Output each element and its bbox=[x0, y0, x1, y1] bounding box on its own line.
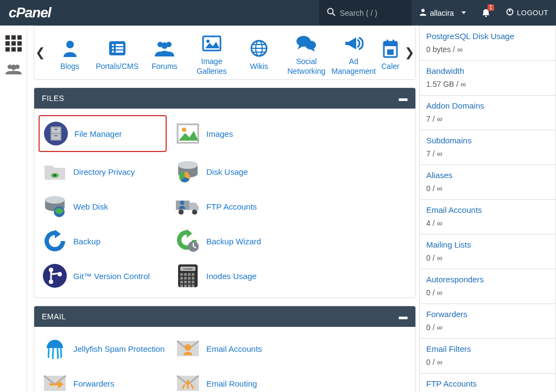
stat-row: Bandwidth1.57 GB / ∞ bbox=[419, 61, 556, 96]
stat-title[interactable]: FTP Accounts bbox=[426, 379, 549, 388]
svg-rect-40 bbox=[54, 135, 58, 136]
svg-rect-68 bbox=[180, 277, 183, 280]
section-header[interactable]: EMAIL▬ bbox=[34, 306, 415, 327]
image-icon bbox=[202, 33, 222, 54]
svg-rect-39 bbox=[54, 129, 58, 130]
section-title: EMAIL bbox=[42, 312, 66, 321]
stat-value: 7 / ∞ bbox=[426, 149, 549, 158]
quicknav-item[interactable]: Portals/CMS bbox=[93, 26, 141, 79]
svg-rect-72 bbox=[180, 281, 183, 283]
svg-rect-77 bbox=[184, 284, 187, 287]
quicknav-item-label: ImageGalleries bbox=[197, 56, 226, 76]
feature-item-label: Email Routing bbox=[206, 379, 257, 388]
cpanel-logo[interactable] bbox=[0, 4, 319, 21]
quicknav-item[interactable]: ImageGalleries bbox=[188, 26, 235, 79]
quicknav-item-label: Forums bbox=[151, 61, 177, 71]
stat-row: Addon Domains7 / ∞ bbox=[419, 96, 556, 130]
feature-item[interactable]: FTP Accounts bbox=[172, 189, 305, 224]
jellyfish-icon bbox=[42, 336, 68, 362]
quicknav-item[interactable]: Wikis bbox=[236, 26, 283, 79]
quicknav-item-label: Portals/CMS bbox=[96, 61, 138, 71]
svg-rect-75 bbox=[192, 281, 194, 283]
feature-item[interactable]: File Manager bbox=[39, 115, 167, 152]
feature-item-label: Web Disk bbox=[73, 202, 108, 211]
quicknav-item[interactable]: Blogs bbox=[46, 26, 93, 79]
feature-item[interactable]: Backup bbox=[39, 224, 172, 258]
collapse-icon[interactable]: ▬ bbox=[399, 93, 408, 103]
quicknav-item[interactable]: SocialNetworking bbox=[283, 26, 330, 79]
svg-point-8 bbox=[11, 65, 16, 70]
logout-icon bbox=[506, 8, 514, 17]
svg-point-58 bbox=[49, 268, 53, 272]
group-people-icon[interactable] bbox=[5, 64, 22, 77]
feature-item-label: Forwarders bbox=[73, 379, 115, 388]
svg-point-48 bbox=[45, 196, 65, 204]
stat-title[interactable]: Mailing Lists bbox=[426, 240, 549, 249]
feature-item-label: Git™ Version Control bbox=[73, 271, 150, 281]
feature-item-label: Images bbox=[206, 129, 233, 138]
svg-text:inodes: inodes bbox=[183, 267, 193, 270]
quicknav-item-label: SocialNetworking bbox=[287, 56, 325, 76]
feature-item[interactable]: Directory Privacy bbox=[39, 154, 172, 189]
svg-rect-33 bbox=[393, 40, 394, 44]
stat-value: 7 / ∞ bbox=[426, 115, 549, 123]
quicknav-item[interactable]: Caler bbox=[377, 26, 403, 79]
stat-title[interactable]: Autoresponders bbox=[426, 275, 549, 284]
envelope-user-icon bbox=[175, 336, 201, 362]
svg-rect-64 bbox=[180, 273, 183, 276]
folder-eye-icon bbox=[42, 159, 68, 185]
stat-value: 0 / ∞ bbox=[426, 288, 549, 297]
stat-title[interactable]: Subdomains bbox=[426, 136, 549, 145]
feature-item[interactable]: Forwarders bbox=[39, 366, 172, 392]
stat-row: Aliases0 / ∞ bbox=[419, 165, 556, 200]
svg-rect-32 bbox=[387, 40, 388, 44]
section-header[interactable]: FILES▬ bbox=[34, 88, 415, 109]
feature-item[interactable]: Images bbox=[172, 113, 305, 154]
feature-item[interactable]: Email Accounts bbox=[172, 331, 305, 366]
feature-item[interactable]: Disk Usage bbox=[172, 154, 305, 189]
cabinet-icon bbox=[43, 121, 69, 147]
stat-title[interactable]: Email Accounts bbox=[426, 205, 549, 214]
feature-item[interactable]: Email Routing bbox=[172, 366, 305, 392]
feature-item[interactable]: inodesInodes Usage bbox=[172, 258, 305, 293]
svg-point-10 bbox=[66, 41, 74, 48]
svg-point-16 bbox=[112, 50, 114, 53]
stat-value: 0 / ∞ bbox=[426, 184, 549, 193]
disk-pie-icon bbox=[175, 159, 201, 185]
svg-rect-37 bbox=[52, 128, 60, 133]
quicknav-item[interactable]: AdManagement bbox=[330, 26, 377, 79]
user-menu[interactable]: allacira bbox=[412, 0, 473, 26]
feature-item[interactable]: Git™ Version Control bbox=[39, 258, 172, 293]
svg-rect-78 bbox=[188, 284, 191, 287]
svg-point-22 bbox=[206, 40, 210, 43]
svg-rect-79 bbox=[192, 284, 194, 287]
stat-title[interactable]: Addon Domains bbox=[426, 101, 549, 110]
notification-badge: 1 bbox=[488, 4, 494, 11]
people-icon bbox=[154, 37, 175, 59]
feature-item[interactable]: Jellyfish Spam Protection bbox=[39, 331, 172, 366]
stat-title[interactable]: Bandwidth bbox=[426, 66, 549, 75]
stat-row: Forwarders0 / ∞ bbox=[419, 304, 556, 339]
feature-item-label: Inodes Usage bbox=[206, 271, 257, 281]
stat-value: 0 / ∞ bbox=[426, 254, 549, 262]
stat-title[interactable]: Email Filters bbox=[426, 344, 549, 353]
apps-grid-icon[interactable] bbox=[5, 35, 22, 52]
collapse-icon[interactable]: ▬ bbox=[399, 312, 408, 321]
caret-down-icon bbox=[462, 11, 466, 14]
stat-title[interactable]: Forwarders bbox=[426, 309, 549, 319]
search-area[interactable]: Search ( / ) bbox=[319, 0, 412, 26]
notifications-button[interactable]: 1 bbox=[473, 0, 498, 26]
strip-prev-button[interactable]: ❮ bbox=[34, 26, 46, 79]
stat-title[interactable]: Aliases bbox=[426, 170, 549, 180]
feature-item[interactable]: Backup Wizard bbox=[172, 224, 305, 258]
quicknav-item-label: Caler bbox=[381, 61, 399, 71]
quicknav-item-label: Blogs bbox=[60, 61, 79, 71]
feature-item[interactable]: Web Disk bbox=[39, 189, 172, 224]
svg-rect-34 bbox=[387, 49, 394, 55]
svg-point-3 bbox=[485, 15, 486, 17]
svg-point-12 bbox=[112, 44, 114, 46]
logout-button[interactable]: LOGOUT bbox=[498, 0, 556, 26]
quicknav-item[interactable]: Forums bbox=[141, 26, 188, 79]
stat-title[interactable]: PostgreSQL Disk Usage bbox=[426, 31, 549, 41]
strip-next-button[interactable]: ❯ bbox=[403, 26, 415, 79]
